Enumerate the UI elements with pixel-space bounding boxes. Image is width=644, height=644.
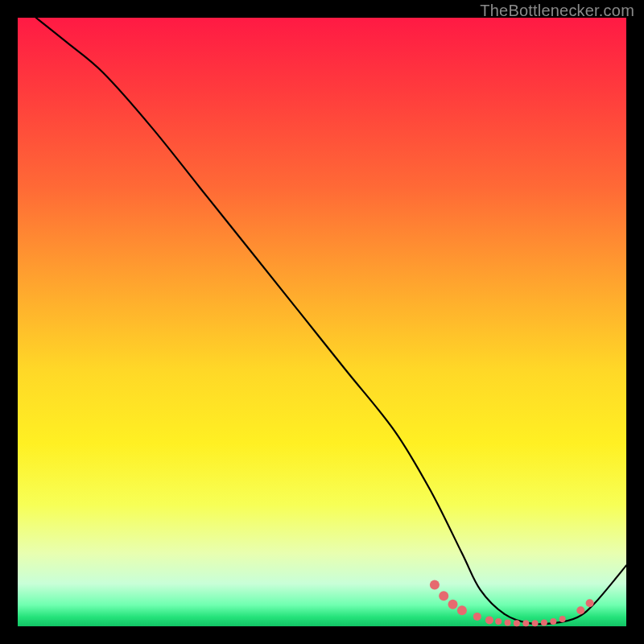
plot-area — [18, 18, 626, 626]
chart-stage: TheBottlenecker.com — [0, 0, 644, 644]
data-marker — [586, 599, 594, 607]
data-marker — [532, 620, 539, 626]
data-marker — [505, 620, 511, 626]
data-marker — [522, 620, 529, 626]
data-marker — [576, 606, 584, 614]
watermark-text: TheBottlenecker.com — [480, 2, 634, 20]
data-marker — [541, 620, 547, 626]
chart-svg — [18, 18, 626, 626]
data-marker — [559, 616, 566, 622]
data-marker — [439, 591, 448, 601]
data-marker — [550, 618, 556, 625]
data-marker — [514, 620, 520, 626]
data-marker — [495, 618, 502, 625]
data-marker — [473, 613, 481, 621]
data-marker — [457, 605, 467, 615]
data-marker — [430, 580, 440, 590]
data-marker — [448, 600, 458, 609]
bottleneck-curve — [36, 18, 626, 624]
data-marker — [485, 616, 493, 624]
